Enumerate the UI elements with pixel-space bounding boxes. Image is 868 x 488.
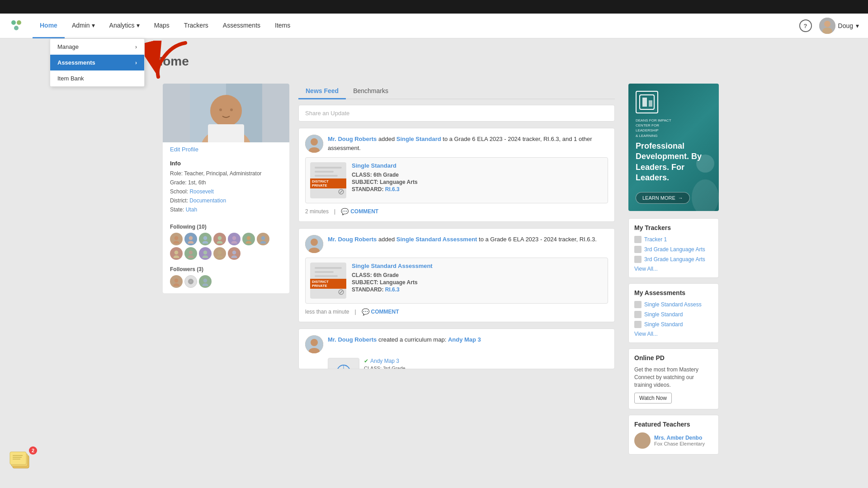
my-assessments-section: My Assessments Single Standard Assess Si… — [628, 283, 719, 343]
school-link[interactable]: Roosevelt — [189, 188, 213, 195]
tracker-item[interactable]: 3rd Grade Language Arts — [634, 246, 713, 253]
svg-point-34 — [218, 251, 222, 255]
feed-item-name[interactable]: Single Standard — [396, 136, 441, 142]
state-link[interactable]: Utah — [186, 206, 197, 213]
comment-button[interactable]: 💬 COMMENT — [341, 208, 378, 215]
svg-point-10 — [210, 95, 242, 127]
edit-profile-link[interactable]: Edit Profile — [163, 142, 289, 156]
nav-items[interactable]: Items — [268, 14, 297, 38]
follower-avatar[interactable] — [199, 233, 212, 245]
assessment-title[interactable]: Single Standard Assessment — [352, 263, 603, 269]
feed-avatar — [305, 335, 323, 353]
right-panel: DEANS FOR IMPACTCENTER FORLEADERSHIP& LE… — [628, 84, 719, 488]
user-name: Doug — [838, 22, 853, 29]
view-all-assessments[interactable]: View All... — [634, 331, 713, 337]
feed-author[interactable]: Mr. Doug Roberts — [328, 236, 377, 243]
svg-point-12 — [219, 108, 222, 111]
assessment-item[interactable]: Single Standard — [634, 321, 713, 328]
nav-trackers[interactable]: Trackers — [177, 14, 216, 38]
tracker-item[interactable]: Tracker 1 — [634, 236, 713, 243]
follower-avatar[interactable] — [199, 275, 212, 288]
assessment-item[interactable]: Single Standard — [634, 311, 713, 318]
assessment-info: Single Standard CLASS: 6th Grade SUBJECT… — [352, 162, 603, 198]
user-menu[interactable]: Doug ▾ — [819, 18, 859, 34]
follower-avatar[interactable] — [184, 233, 197, 245]
center-feed: News Feed Benchmarks Share an Update Mr.… — [298, 84, 615, 488]
assessment-thumbnail: DISTRICT PRIVATE ⊘ — [310, 162, 346, 198]
map-title[interactable]: ✔ Andy Map 3 — [364, 358, 421, 364]
dropdown-manage[interactable]: Manage › — [50, 39, 144, 55]
ad-banner: DEANS FOR IMPACTCENTER FORLEADERSHIP& LE… — [628, 84, 719, 211]
my-trackers-section: My Trackers Tracker 1 3rd Grade Language… — [628, 218, 719, 278]
featured-teachers-title: Featured Teachers — [634, 421, 713, 428]
svg-point-22 — [232, 236, 236, 240]
top-bar — [0, 0, 868, 14]
tab-news-feed[interactable]: News Feed — [298, 84, 346, 99]
view-all-trackers[interactable]: View All... — [634, 266, 713, 272]
svg-point-51 — [311, 339, 318, 346]
nav-analytics[interactable]: Analytics ▾ — [102, 14, 147, 38]
dropdown-assessments[interactable]: Assessments › — [50, 55, 144, 70]
district-link[interactable]: Documentation — [189, 197, 226, 204]
follower-avatar[interactable] — [242, 233, 255, 245]
notification-stack[interactable]: 2 — [9, 447, 41, 479]
follower-avatar[interactable] — [213, 233, 226, 245]
feed-author[interactable]: Mr. Doug Roberts — [328, 136, 377, 142]
nav-home[interactable]: Home — [33, 14, 65, 38]
help-button[interactable]: ? — [799, 19, 812, 32]
watch-now-button[interactable]: Watch Now — [634, 393, 672, 404]
svg-point-2 — [14, 26, 19, 30]
nav-admin[interactable]: Admin ▾ — [65, 14, 102, 38]
share-update-input[interactable]: Share an Update — [298, 105, 615, 122]
tracker-item[interactable]: 3rd Grade Language Arts — [634, 256, 713, 263]
svg-point-16 — [189, 236, 193, 240]
tab-benchmarks[interactable]: Benchmarks — [346, 84, 396, 99]
follower-avatar[interactable] — [184, 247, 197, 260]
state-row: State: Utah — [170, 206, 282, 214]
assessment-item[interactable]: Single Standard Assess — [634, 301, 713, 308]
nav-maps[interactable]: Maps — [147, 14, 177, 38]
feed-item-header: Mr. Doug Roberts added Single Standard A… — [305, 235, 608, 253]
nav-assessments[interactable]: Assessments — [216, 14, 268, 38]
assessments-title: My Assessments — [634, 289, 713, 296]
assessment-card: DISTRICT PRIVATE ⊘ Single Standard CLASS… — [305, 157, 608, 203]
feed-tabs: News Feed Benchmarks — [298, 84, 615, 99]
svg-point-28 — [175, 251, 179, 255]
follower-avatar[interactable] — [228, 233, 241, 245]
assessment-title[interactable]: Single Standard — [352, 162, 603, 169]
feed-item-name[interactable]: Single Standard Assessment — [396, 236, 477, 243]
svg-rect-59 — [649, 100, 652, 107]
assessment-icon — [634, 311, 642, 318]
feed-author[interactable]: Mr. Doug Roberts — [328, 336, 377, 343]
online-pd-description: Get the most from Mastery Connect by wat… — [634, 366, 713, 389]
assessment-thumbnail: DISTRICT PRIVATE ⊘ — [310, 263, 346, 299]
follower-avatar[interactable] — [184, 275, 197, 288]
follower-avatar[interactable] — [228, 247, 241, 260]
nav-right: ? Doug ▾ — [799, 18, 859, 34]
ad-logo — [636, 91, 658, 113]
feed-item-name[interactable]: Andy Map 3 — [448, 336, 481, 343]
svg-point-20 — [218, 236, 222, 240]
comment-button[interactable]: 💬 COMMENT — [362, 308, 399, 315]
assessment-card: DISTRICT PRIVATE ⊘ Single Standard Asses… — [305, 258, 608, 304]
assessment-standard: STANDARD: RI.6.3 — [352, 186, 603, 192]
follower-avatar[interactable] — [170, 233, 183, 245]
tracker-icon — [634, 236, 642, 243]
learn-more-button[interactable]: LEARN MORE → — [636, 192, 690, 204]
follower-list — [170, 275, 282, 288]
assessment-class: CLASS: 6th Grade — [352, 172, 603, 178]
left-panel: Edit Profile Info Role: Teacher, Princip… — [163, 84, 289, 488]
follower-avatar[interactable] — [170, 247, 183, 260]
follower-avatar[interactable] — [170, 275, 183, 288]
trackers-title: My Trackers — [634, 224, 713, 231]
svg-point-45 — [311, 138, 318, 145]
follower-avatar[interactable] — [257, 233, 269, 245]
online-pd-title: Online PD — [634, 354, 713, 361]
main-content: Edit Profile Info Role: Teacher, Princip… — [0, 75, 868, 488]
follower-avatar[interactable] — [199, 247, 212, 260]
follower-avatar[interactable] — [213, 247, 226, 260]
feed-timestamp: 2 minutes — [305, 208, 329, 215]
dropdown-item-bank[interactable]: Item Bank — [50, 70, 144, 86]
app-logo[interactable] — [9, 18, 24, 34]
teacher-name[interactable]: Mrs. Amber Denbo — [654, 435, 705, 441]
